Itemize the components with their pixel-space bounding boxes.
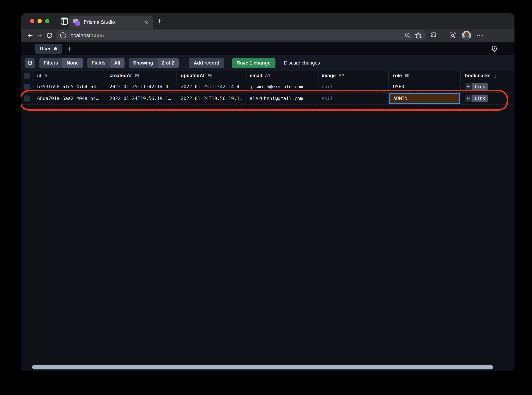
window-titlebar-icon xyxy=(61,18,68,19)
cell-role-edited: ADMIN xyxy=(389,93,461,104)
back-icon[interactable] xyxy=(25,31,35,40)
cell-updatedat[interactable]: 2022-01-25T11:42:14.4… xyxy=(177,81,245,92)
save-changes-button[interactable]: Save 1 change xyxy=(232,58,276,68)
browser-tab-bar: Prisma Studio × + xyxy=(21,13,515,29)
toolbar-divider xyxy=(443,32,443,39)
enum-type-icon xyxy=(405,73,409,78)
cell-id[interactable]: 6353f658-a1c5-4764-a3… xyxy=(33,81,105,92)
fields-button[interactable]: Fields All xyxy=(87,58,125,68)
table-row: 68da701a-5aa2-404a-bc… 2022-01-24T19:56:… xyxy=(21,93,515,104)
browser-menu-icon[interactable] xyxy=(477,35,483,36)
list-type-icon: [] xyxy=(494,73,496,78)
select-all-cell xyxy=(21,71,33,81)
cell-createdat[interactable]: 2022-01-25T11:42:14.4… xyxy=(105,81,177,92)
select-all-checkbox[interactable] xyxy=(24,72,30,79)
cell-bookmarks: 0 Link xyxy=(461,81,515,92)
minimize-window-button[interactable] xyxy=(38,19,42,23)
filters-value: None xyxy=(62,58,83,68)
calendar-icon xyxy=(135,73,139,78)
discard-changes-link[interactable]: Discard changes xyxy=(284,60,320,66)
url-field[interactable]: i localhost:5555 + xyxy=(56,30,426,40)
cell-updatedat[interactable]: 2022-01-24T19:56:19.1… xyxy=(177,93,245,104)
cell-image[interactable]: null xyxy=(317,81,389,92)
cell-email[interactable]: j+smith@example.com xyxy=(245,81,317,92)
calendar-icon xyxy=(207,73,212,78)
model-tab-user[interactable]: User xyxy=(35,44,62,54)
traffic-lights xyxy=(30,19,49,23)
fields-value: All xyxy=(110,58,125,68)
add-record-button[interactable]: Add record xyxy=(189,58,224,68)
column-header-email[interactable]: email A? xyxy=(245,71,317,81)
cell-role[interactable]: USER xyxy=(389,81,461,92)
zoom-window-button[interactable] xyxy=(45,19,49,23)
table-header-row: id A createdAt updatedAt email xyxy=(21,71,515,81)
column-header-image[interactable]: image A? xyxy=(317,71,389,81)
chrome-right-icons xyxy=(430,31,483,40)
fields-label: Fields xyxy=(87,58,110,68)
settings-gear-icon[interactable]: ⚙ xyxy=(491,45,498,53)
browser-tab-prisma-studio[interactable]: Prisma Studio × xyxy=(69,16,153,29)
records-table: id A createdAt updatedAt email xyxy=(21,71,515,371)
horizontal-scrollbar[interactable] xyxy=(32,365,493,369)
filters-label: Filters xyxy=(39,58,62,68)
string-type-icon: A xyxy=(44,73,48,78)
ghost-row-divider xyxy=(23,109,43,110)
refresh-button[interactable] xyxy=(25,58,35,68)
column-header-createdat[interactable]: createdAt xyxy=(105,71,177,81)
column-header-bookmarks[interactable]: bookmarks [] xyxy=(461,71,515,81)
unsaved-dot-icon xyxy=(54,47,57,50)
url-port: :5555 xyxy=(90,32,104,38)
web-capture-icon[interactable] xyxy=(449,32,457,39)
model-tab-divider xyxy=(77,44,77,54)
model-tab-bar: User + ⚙ xyxy=(21,42,515,55)
tab-title: Prisma Studio xyxy=(84,19,141,25)
browser-address-bar: i localhost:5555 + xyxy=(21,29,515,42)
column-header-updatedat[interactable]: updatedAt xyxy=(177,71,245,81)
role-edit-field[interactable]: ADMIN xyxy=(389,93,460,104)
filters-button[interactable]: Filters None xyxy=(39,58,83,68)
reload-icon[interactable] xyxy=(45,31,54,40)
column-header-role[interactable]: role xyxy=(389,71,461,81)
showing-button[interactable]: Showing 2 of 2 xyxy=(129,58,179,68)
showing-value: 2 of 2 xyxy=(157,58,179,68)
plus-badge-icon: + xyxy=(419,35,422,39)
bookmarks-link-badge[interactable]: 0 Link xyxy=(465,83,488,91)
zoom-page-icon[interactable] xyxy=(404,32,411,39)
new-tab-button[interactable]: + xyxy=(157,17,162,25)
forward-icon[interactable] xyxy=(35,31,45,40)
prisma-studio: User + ⚙ Filters None Fields All Showing… xyxy=(21,42,515,371)
string-optional-type-icon: A? xyxy=(265,73,271,78)
browser-window: Prisma Studio × + i localhost:5555 + xyxy=(21,13,515,371)
extensions-icon[interactable] xyxy=(430,32,438,39)
string-optional-type-icon: A? xyxy=(338,73,344,78)
close-tab-icon[interactable]: × xyxy=(145,19,148,25)
row-checkbox[interactable] xyxy=(24,84,30,90)
cell-createdat[interactable]: 2022-01-24T19:56:19.1… xyxy=(105,93,177,104)
column-header-id[interactable]: id A xyxy=(33,71,105,81)
model-tab-label: User xyxy=(40,46,51,52)
add-model-tab-button[interactable]: + xyxy=(67,45,72,53)
cell-bookmarks: 0 Link xyxy=(461,93,515,104)
cell-id[interactable]: 68da701a-5aa2-404a-bc… xyxy=(33,93,105,104)
window-sidebar-icon xyxy=(63,18,64,24)
profile-avatar[interactable] xyxy=(462,31,471,40)
close-window-button[interactable] xyxy=(30,19,34,23)
prisma-favicon-icon xyxy=(73,19,80,26)
site-info-icon[interactable]: i xyxy=(60,32,66,38)
studio-toolbar: Filters None Fields All Showing 2 of 2 A… xyxy=(21,55,515,71)
table-row: 6353f658-a1c5-4764-a3… 2022-01-25T11:42:… xyxy=(21,81,515,93)
cell-email[interactable]: aleruheni@gmail.com xyxy=(245,93,317,104)
row-checkbox[interactable] xyxy=(24,95,30,102)
showing-label: Showing xyxy=(129,58,157,68)
url-text: localhost:5555 xyxy=(69,32,104,38)
bookmarks-link-badge[interactable]: 0 Link xyxy=(465,94,488,102)
cell-image[interactable]: null xyxy=(317,93,389,104)
add-favorite-icon[interactable]: + xyxy=(414,32,422,39)
tab-actions-icon[interactable] xyxy=(60,17,68,25)
